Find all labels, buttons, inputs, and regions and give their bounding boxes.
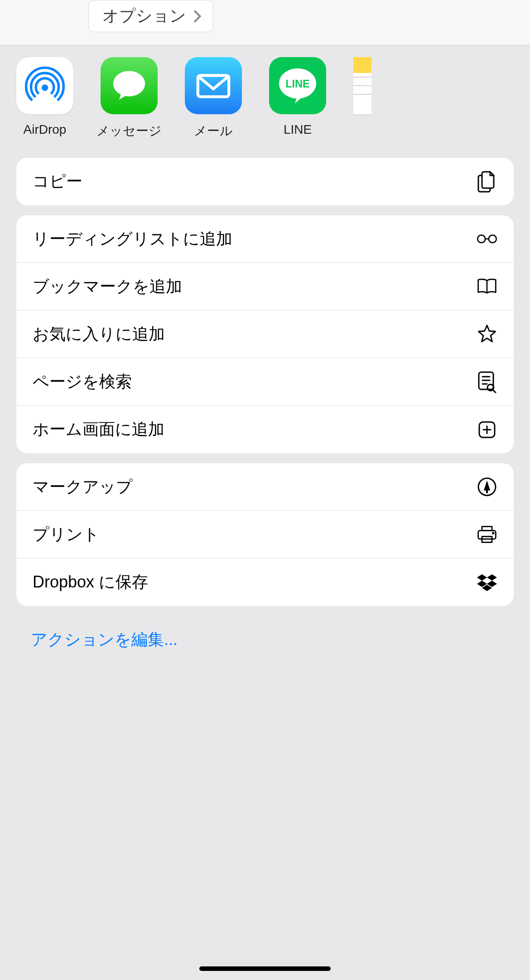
action-label: お気に入りに追加 xyxy=(33,323,165,345)
app-airdrop[interactable]: AirDrop xyxy=(16,57,73,140)
star-icon xyxy=(477,324,497,344)
action-group-more: マークアップ プリント Dropbox に保存 xyxy=(16,463,514,606)
svg-point-21 xyxy=(492,533,494,534)
action-label: マークアップ xyxy=(33,476,133,498)
home-indicator[interactable] xyxy=(199,966,331,971)
action-label: プリント xyxy=(33,524,100,546)
action-home-screen[interactable]: ホーム画面に追加 xyxy=(16,406,514,453)
action-label: Dropbox に保存 xyxy=(33,571,148,593)
action-markup[interactable]: マークアップ xyxy=(16,463,514,511)
action-favorites[interactable]: お気に入りに追加 xyxy=(16,310,514,358)
app-label: メール xyxy=(194,122,233,140)
svg-point-1 xyxy=(113,71,145,96)
share-apps-row[interactable]: AirDrop メッセージ メール LINE LINE xyxy=(0,45,530,158)
svg-rect-18 xyxy=(478,531,496,539)
chevron-right-icon xyxy=(193,10,202,23)
copy-icon xyxy=(477,171,497,192)
action-find[interactable]: ページを検索 xyxy=(16,358,514,406)
share-sheet-header: オプション xyxy=(0,0,530,45)
mail-icon xyxy=(185,57,242,114)
glasses-icon xyxy=(477,228,497,249)
action-group-safari: リーディングリストに追加 ブックマークを追加 お気に入りに追加 ページを検索 ホ… xyxy=(16,215,514,453)
line-icon: LINE xyxy=(269,57,326,114)
markup-icon xyxy=(477,476,497,497)
svg-line-12 xyxy=(493,390,496,393)
edit-actions-link[interactable]: アクションを編集... xyxy=(0,616,530,673)
svg-point-5 xyxy=(477,235,485,243)
airdrop-icon xyxy=(16,57,73,114)
action-group-copy: コピー xyxy=(16,158,514,205)
app-label: メッセージ xyxy=(96,122,162,140)
find-on-page-icon xyxy=(477,371,497,392)
options-label: オプション xyxy=(102,5,186,27)
action-label: ホーム画面に追加 xyxy=(33,418,164,441)
action-label: ページを検索 xyxy=(33,371,132,393)
add-to-home-icon xyxy=(477,419,497,440)
action-print[interactable]: プリント xyxy=(16,511,514,558)
dropbox-icon xyxy=(477,572,497,593)
book-icon xyxy=(477,276,497,297)
edit-actions-label: アクションを編集... xyxy=(31,630,178,649)
action-dropbox[interactable]: Dropbox に保存 xyxy=(16,558,514,606)
app-notes-partial[interactable] xyxy=(353,57,371,140)
svg-point-6 xyxy=(489,235,496,243)
action-label: ブックマークを追加 xyxy=(33,276,182,298)
messages-icon xyxy=(101,57,158,114)
app-mail[interactable]: メール xyxy=(185,57,242,140)
action-bookmark[interactable]: ブックマークを追加 xyxy=(16,263,514,310)
options-button[interactable]: オプション xyxy=(88,0,213,32)
svg-rect-19 xyxy=(482,527,492,531)
action-reading-list[interactable]: リーディングリストに追加 xyxy=(16,215,514,263)
action-copy[interactable]: コピー xyxy=(16,158,514,205)
app-label: LINE xyxy=(284,122,312,137)
printer-icon xyxy=(477,524,497,545)
app-messages[interactable]: メッセージ xyxy=(101,57,158,140)
action-label: コピー xyxy=(33,170,82,193)
svg-rect-17 xyxy=(486,490,488,493)
svg-point-0 xyxy=(42,84,48,91)
svg-text:LINE: LINE xyxy=(285,78,310,90)
action-label: リーディングリストに追加 xyxy=(33,228,232,250)
app-line[interactable]: LINE LINE xyxy=(269,57,326,140)
notes-icon xyxy=(353,57,371,114)
app-label: AirDrop xyxy=(24,122,67,137)
